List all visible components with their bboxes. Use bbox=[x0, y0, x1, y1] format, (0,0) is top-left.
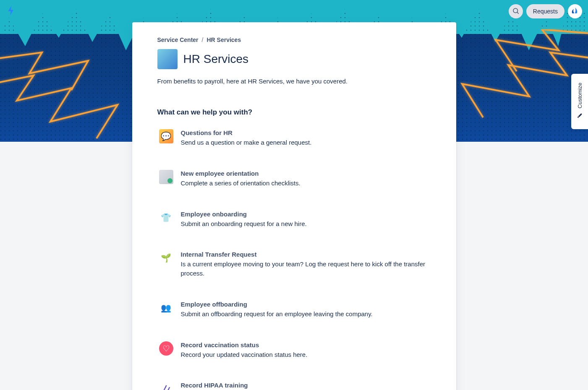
page-title: HR Services bbox=[183, 52, 249, 66]
onboarding-icon: 👕 bbox=[159, 211, 173, 225]
request-internal-transfer[interactable]: 🌱 Internal Transfer Request Is a current… bbox=[157, 249, 431, 280]
request-desc: Is a current employee moving to your tea… bbox=[181, 260, 429, 278]
customize-tab[interactable]: Customize bbox=[571, 74, 588, 129]
request-desc: Submit an offboarding request for an emp… bbox=[181, 309, 429, 319]
request-title: Internal Transfer Request bbox=[181, 251, 429, 258]
atlassian-icon bbox=[571, 7, 579, 16]
app-logo[interactable] bbox=[7, 5, 18, 18]
vaccination-icon: ♡ bbox=[159, 341, 173, 356]
topbar: Requests bbox=[509, 4, 582, 18]
questions-icon: 💬 bbox=[159, 129, 173, 143]
lightning-left bbox=[0, 50, 126, 142]
svg-line-1 bbox=[517, 12, 518, 13]
request-list: 💬 Questions for HR Send us a question or… bbox=[157, 127, 431, 390]
request-employee-onboarding[interactable]: 👕 Employee onboarding Submit an onboardi… bbox=[157, 209, 431, 230]
svg-point-0 bbox=[513, 8, 518, 13]
service-icon bbox=[157, 49, 178, 69]
customize-label: Customize bbox=[577, 83, 583, 108]
breadcrumb-current[interactable]: HR Services bbox=[206, 36, 241, 43]
requests-button[interactable]: Requests bbox=[526, 4, 564, 18]
pencil-icon bbox=[577, 113, 583, 120]
request-title: Record vaccination status bbox=[181, 341, 429, 348]
main-card: Service Center / HR Services HR Services… bbox=[132, 22, 456, 390]
request-record-hipaa[interactable]: Record HIPAA training Log training that … bbox=[157, 380, 431, 390]
search-button[interactable] bbox=[509, 4, 523, 18]
breadcrumb: Service Center / HR Services bbox=[157, 36, 431, 43]
title-row: HR Services bbox=[157, 49, 431, 69]
request-title: Employee onboarding bbox=[181, 211, 429, 218]
page-description: From benefits to payroll, here at HR Ser… bbox=[157, 77, 431, 86]
request-title: Questions for HR bbox=[181, 129, 429, 136]
request-title: Employee offboarding bbox=[181, 301, 429, 308]
request-title: Record HIPAA training bbox=[181, 382, 429, 389]
request-title: New employee orientation bbox=[181, 170, 429, 177]
hipaa-icon bbox=[159, 382, 173, 390]
section-heading: What can we help you with? bbox=[157, 108, 431, 117]
request-employee-offboarding[interactable]: 👥 Employee offboarding Submit an offboar… bbox=[157, 299, 431, 320]
request-record-vaccination[interactable]: ♡ Record vaccination status Record your … bbox=[157, 340, 431, 361]
offboarding-icon: 👥 bbox=[159, 301, 173, 315]
request-desc: Complete a series of orientation checkli… bbox=[181, 179, 429, 188]
request-questions-for-hr[interactable]: 💬 Questions for HR Send us a question or… bbox=[157, 127, 431, 149]
requests-label: Requests bbox=[533, 8, 558, 15]
profile-button[interactable] bbox=[568, 4, 582, 18]
orientation-icon bbox=[159, 170, 173, 184]
request-desc: Send us a question or make a general req… bbox=[181, 138, 429, 147]
breadcrumb-root[interactable]: Service Center bbox=[157, 36, 199, 43]
search-icon bbox=[512, 7, 520, 16]
transfer-icon: 🌱 bbox=[159, 251, 173, 265]
request-desc: Submit an onboarding request for a new h… bbox=[181, 219, 429, 229]
request-desc: Record your updated vaccination status h… bbox=[181, 350, 429, 359]
breadcrumb-separator: / bbox=[202, 36, 204, 43]
lightning-right bbox=[445, 29, 588, 130]
request-new-employee-orientation[interactable]: New employee orientation Complete a seri… bbox=[157, 168, 431, 190]
